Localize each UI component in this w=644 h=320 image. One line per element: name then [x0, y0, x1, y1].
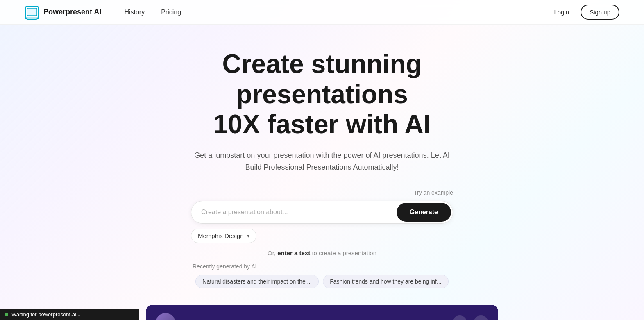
video-preview: Powerpresent AI 🕐 ↗	[146, 305, 498, 320]
hero-title-line2: 10X faster with AI	[213, 109, 431, 139]
video-card: Powerpresent AI 🕐 ↗	[146, 305, 498, 320]
svg-line-3	[25, 18, 29, 20]
clock-icon[interactable]: 🕐	[452, 315, 467, 320]
navbar: Powerpresent AI History Pricing Login Si…	[0, 0, 644, 25]
theme-dropdown[interactable]: Memphis Design ▾	[191, 229, 256, 243]
navbar-right: Login Sign up	[549, 5, 619, 20]
hero-title: Create stunning presentations 10X faster…	[158, 49, 486, 140]
video-card-left: Powerpresent AI	[156, 313, 240, 320]
presentation-input[interactable]	[191, 201, 395, 223]
signup-button[interactable]: Sign up	[581, 5, 619, 20]
chevron-down-icon: ▾	[247, 233, 249, 239]
input-row: Generate	[191, 201, 453, 224]
share-icon[interactable]: ↗	[474, 315, 488, 320]
try-example-label: Try an example	[414, 189, 453, 196]
nav-links: History Pricing	[118, 5, 188, 19]
theme-selected: Memphis Design	[198, 232, 244, 239]
hero-title-line1: Create stunning presentations	[222, 49, 422, 109]
or-suffix: to create a presentation	[310, 250, 376, 256]
status-dot	[5, 313, 8, 316]
status-bar: Waiting for powerpresent.ai...	[0, 309, 139, 320]
brand-name: Powerpresent AI	[43, 8, 101, 16]
video-card-icons: 🕐 ↗	[452, 315, 488, 320]
login-button[interactable]: Login	[549, 5, 574, 19]
chip-natural-disasters[interactable]: Natural disasters and their impact on th…	[195, 275, 319, 288]
recently-generated: Recently generated by AI Natural disaste…	[191, 263, 453, 288]
status-text: Waiting for powerpresent.ai...	[11, 311, 81, 318]
hero-section: Create stunning presentations 10X faster…	[0, 0, 644, 320]
generate-button[interactable]: Generate	[397, 203, 451, 222]
nav-history[interactable]: History	[118, 5, 151, 19]
hero-subtitle: Get a jumpstart on your presentation wit…	[191, 150, 453, 173]
or-text: Or, enter a text to create a presentatio…	[191, 250, 453, 256]
hero-content: Create stunning presentations 10X faster…	[0, 0, 644, 320]
or-link[interactable]: enter a text	[277, 250, 310, 256]
or-prefix: Or,	[268, 250, 277, 256]
avatar-image	[156, 313, 175, 320]
svg-line-4	[35, 18, 39, 20]
svg-rect-1	[27, 8, 37, 16]
chip-fashion-trends[interactable]: Fashion trends and how they are being in…	[323, 275, 448, 288]
recently-label: Recently generated by AI	[191, 263, 256, 270]
video-avatar	[156, 313, 175, 320]
recent-chips: Natural disasters and their impact on th…	[195, 275, 448, 288]
logo-link[interactable]: Powerpresent AI	[25, 5, 101, 20]
nav-pricing[interactable]: Pricing	[154, 5, 188, 19]
input-area: Try an example Generate Memphis Design ▾…	[191, 189, 453, 256]
logo-icon	[25, 5, 39, 20]
